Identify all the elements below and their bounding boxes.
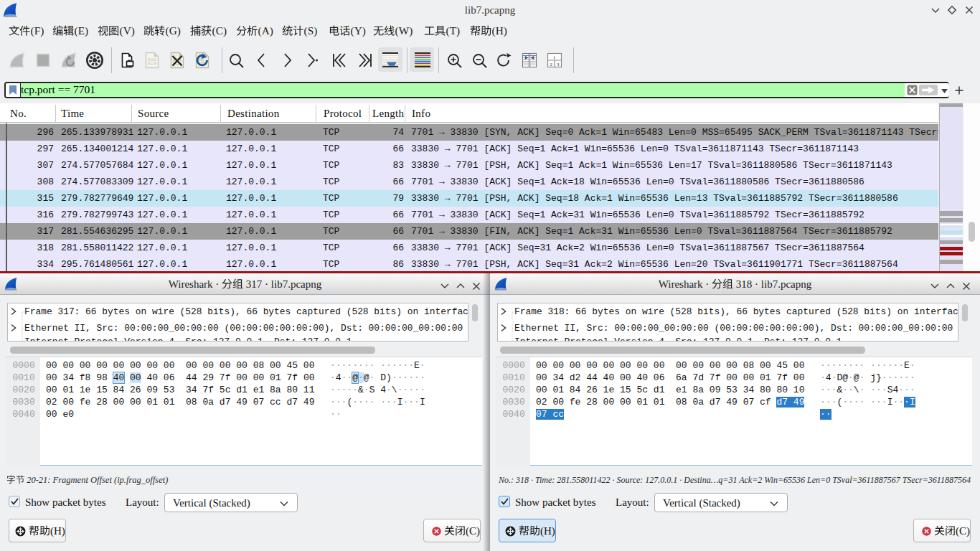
svg-text:3: 3 [557, 62, 560, 67]
svg-text:0110: 0110 [148, 62, 156, 66]
svg-text:1: 1 [553, 55, 556, 60]
svg-text:2: 2 [550, 62, 552, 67]
